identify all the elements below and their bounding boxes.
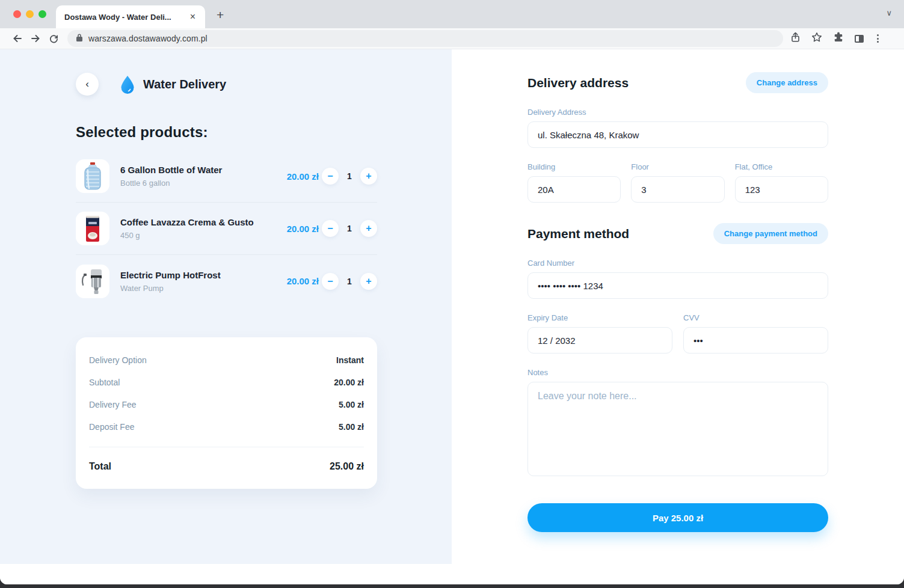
card-number-input[interactable] — [527, 272, 828, 299]
minus-button[interactable]: − — [322, 273, 339, 290]
summary-label: Delivery Option — [89, 355, 147, 365]
product-image-electric-pump — [76, 265, 109, 298]
summary-row: Delivery Fee 5.00 zł — [89, 400, 364, 409]
lock-icon — [76, 33, 83, 44]
minus-button[interactable]: − — [322, 220, 339, 237]
plus-button[interactable]: + — [360, 168, 377, 185]
quantity-value: 1 — [346, 171, 352, 181]
notes-textarea[interactable] — [527, 382, 828, 476]
product-price: 20.00 zł — [263, 276, 319, 286]
delivery-address-title: Delivery address — [527, 76, 629, 90]
plus-button[interactable]: + — [360, 273, 377, 290]
back-icon[interactable] — [8, 30, 26, 47]
floor-label: Floor — [631, 162, 724, 171]
quantity-value: 1 — [346, 224, 352, 233]
page-bottom-strip — [0, 564, 904, 584]
total-value: 25.00 zł — [330, 461, 364, 472]
quantity-stepper: − 1 + — [322, 273, 377, 290]
product-subtitle: 450 g — [120, 231, 263, 240]
expiry-date-input[interactable] — [527, 327, 672, 354]
url-bar[interactable]: warszawa.dostawawody.com.pl — [67, 30, 783, 47]
summary-value: Instant — [336, 355, 364, 365]
traffic-lights — [13, 10, 46, 18]
plus-button[interactable]: + — [360, 220, 377, 237]
summary-value: 5.00 zł — [339, 422, 364, 432]
product-text: 6 Gallon Bottle of Water Bottle 6 gallon — [120, 165, 263, 188]
bookmark-star-icon[interactable] — [811, 32, 822, 45]
total-row: Total 25.00 zł — [89, 447, 364, 472]
tab-search-chevron-icon[interactable]: ∨ — [886, 8, 892, 17]
summary-label: Delivery Fee — [89, 400, 137, 409]
selected-products-heading: Selected products: — [76, 124, 377, 141]
forward-icon[interactable] — [26, 30, 45, 47]
product-row: Coffee Lavazza Crema & Gusto 450 g 20.00… — [76, 203, 377, 255]
water-drop-icon — [120, 75, 135, 94]
flat-office-label: Flat, Office — [735, 162, 828, 171]
total-label: Total — [89, 461, 111, 472]
summary-label: Subtotal — [89, 378, 120, 387]
app-title: Water Delivery — [143, 78, 226, 91]
summary-row: Subtotal 20.00 zł — [89, 378, 364, 387]
product-name: Electric Pump HotFrost — [120, 270, 263, 280]
app-header: ‹ Water Delivery — [76, 73, 377, 96]
tab-close-icon[interactable]: × — [188, 11, 198, 23]
notes-label: Notes — [527, 368, 828, 377]
flat-office-field-group: Flat, Office — [735, 148, 828, 203]
menu-kebab-icon[interactable] — [875, 34, 881, 43]
change-address-button[interactable]: Change address — [746, 72, 828, 93]
product-image-coffee-pack — [76, 212, 109, 245]
checkout-panel: Delivery address Change address Delivery… — [452, 49, 904, 564]
minimize-window-button[interactable] — [26, 10, 34, 18]
order-summary-card: Delivery Option Instant Subtotal 20.00 z… — [76, 337, 377, 489]
payment-method-title: Payment method — [527, 227, 629, 241]
cvv-input[interactable] — [683, 327, 828, 354]
order-panel: ‹ Water Delivery Selected products: — [0, 49, 452, 564]
quantity-stepper: − 1 + — [322, 168, 377, 185]
product-name: Coffee Lavazza Crema & Gusto — [120, 217, 263, 227]
tab-strip: Dostawa Wody - Water Deli... × + ∨ — [0, 0, 904, 28]
delivery-address-input[interactable] — [527, 121, 828, 148]
new-tab-button[interactable]: + — [217, 8, 224, 22]
quantity-stepper: − 1 + — [322, 220, 377, 237]
url-text: warszawa.dostawawody.com.pl — [88, 34, 208, 43]
flat-office-input[interactable] — [735, 176, 828, 203]
change-payment-method-button[interactable]: Change payment method — [713, 223, 828, 244]
building-field-group: Building — [527, 148, 621, 203]
address-detail-fields: Building Floor Flat, Office — [527, 148, 828, 203]
delivery-address-header: Delivery address Change address — [527, 72, 828, 93]
summary-value: 20.00 zł — [334, 378, 364, 387]
floor-field-group: Floor — [631, 148, 724, 203]
close-window-button[interactable] — [13, 10, 21, 18]
back-button[interactable]: ‹ — [76, 73, 99, 96]
product-subtitle: Water Pump — [120, 284, 263, 293]
zoom-window-button[interactable] — [38, 10, 46, 18]
browser-window: Dostawa Wody - Water Deli... × + ∨ warsz… — [0, 0, 904, 584]
summary-label: Deposit Fee — [89, 422, 134, 432]
product-row: Electric Pump HotFrost Water Pump 20.00 … — [76, 255, 377, 307]
product-price: 20.00 zł — [263, 171, 319, 182]
product-image-water-bottle — [76, 159, 109, 193]
building-input[interactable] — [527, 176, 621, 203]
share-icon[interactable] — [790, 32, 801, 45]
browser-toolbar: warszawa.dostawawody.com.pl — [0, 28, 904, 49]
pay-button[interactable]: Pay 25.00 zł — [527, 503, 828, 532]
product-name: 6 Gallon Bottle of Water — [120, 165, 263, 175]
floor-input[interactable] — [631, 176, 724, 203]
toolbar-actions — [790, 32, 881, 45]
tab-title: Dostawa Wody - Water Deli... — [64, 13, 188, 22]
browser-tab[interactable]: Dostawa Wody - Water Deli... × — [56, 5, 205, 28]
product-list: 6 Gallon Bottle of Water Bottle 6 gallon… — [76, 150, 377, 307]
side-panel-icon[interactable] — [855, 35, 864, 43]
quantity-value: 1 — [346, 277, 352, 286]
product-row: 6 Gallon Bottle of Water Bottle 6 gallon… — [76, 150, 377, 203]
expiry-date-label: Expiry Date — [527, 313, 672, 322]
reload-icon[interactable] — [45, 30, 63, 47]
product-text: Coffee Lavazza Crema & Gusto 450 g — [120, 217, 263, 240]
product-text: Electric Pump HotFrost Water Pump — [120, 270, 263, 293]
product-subtitle: Bottle 6 gallon — [120, 179, 263, 188]
payment-method-header: Payment method Change payment method — [527, 223, 828, 244]
page-content: ‹ Water Delivery Selected products: — [0, 49, 904, 564]
minus-button[interactable]: − — [322, 168, 339, 185]
extensions-puzzle-icon[interactable] — [833, 32, 844, 45]
summary-row: Deposit Fee 5.00 zł — [89, 422, 364, 432]
